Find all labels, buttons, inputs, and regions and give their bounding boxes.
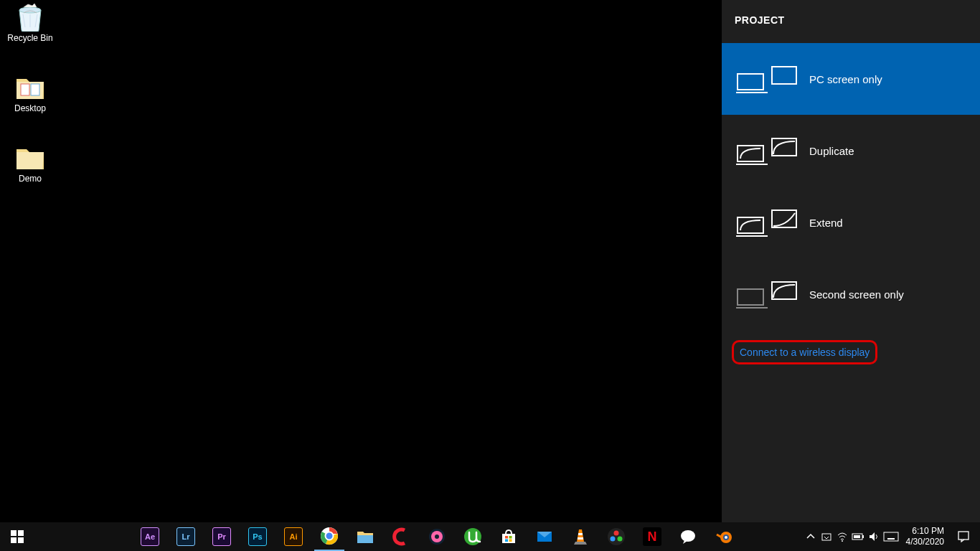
taskbar-app-lightroom[interactable]: Lr bbox=[171, 522, 201, 551]
svg-rect-25 bbox=[505, 540, 508, 542]
taskbar-app-mail[interactable] bbox=[529, 522, 560, 551]
taskbar-app-netflix[interactable]: N bbox=[637, 522, 667, 551]
taskbar-app-chat[interactable] bbox=[673, 522, 703, 551]
taskbar-app-resolve[interactable] bbox=[601, 522, 631, 551]
svg-rect-23 bbox=[505, 536, 508, 539]
taskbar-app-daemon[interactable] bbox=[422, 522, 452, 551]
speaker-icon bbox=[868, 531, 880, 542]
vlc-icon bbox=[571, 527, 590, 546]
wifi-icon bbox=[837, 531, 848, 542]
cloud-sync-icon bbox=[821, 531, 832, 542]
extend-icon bbox=[735, 204, 799, 240]
svg-rect-18 bbox=[357, 535, 373, 543]
project-panel: PROJECT PC screen only Duplicate bbox=[722, 0, 980, 522]
project-option-pc-screen-only[interactable]: PC screen only bbox=[722, 43, 980, 115]
taskbar-app-photoshop[interactable]: Ps bbox=[242, 522, 273, 551]
start-button[interactable] bbox=[0, 522, 34, 551]
taskbar: Ae Lr Pr Ps Ai bbox=[0, 522, 980, 551]
taskbar-app-chrome[interactable] bbox=[314, 522, 344, 551]
system-tray: 6:10 PM 4/30/2020 bbox=[803, 522, 980, 551]
resolve-icon bbox=[607, 527, 626, 546]
svg-rect-4 bbox=[772, 67, 796, 84]
folder-icon bbox=[14, 73, 47, 102]
taskbar-app-utorrent[interactable] bbox=[458, 522, 488, 551]
svg-rect-49 bbox=[887, 538, 895, 540]
recycle-bin-icon bbox=[14, 3, 47, 32]
project-option-label: Second screen only bbox=[809, 288, 904, 301]
svg-rect-11 bbox=[11, 530, 17, 536]
svg-rect-12 bbox=[18, 530, 24, 536]
svg-rect-9 bbox=[738, 289, 763, 305]
tray-keyboard[interactable] bbox=[882, 522, 900, 551]
svg-rect-13 bbox=[11, 537, 17, 543]
duplicate-icon bbox=[735, 133, 799, 169]
svg-rect-26 bbox=[509, 540, 512, 542]
taskbar-app-ccleaner[interactable] bbox=[386, 522, 416, 551]
project-option-label: Duplicate bbox=[809, 145, 854, 157]
windows-logo-icon bbox=[11, 530, 24, 543]
second-screen-only-icon bbox=[735, 276, 799, 312]
desktop-icon-recycle-bin[interactable]: Recycle Bin bbox=[3, 3, 57, 43]
svg-point-32 bbox=[611, 537, 616, 542]
taskbar-app-premiere[interactable]: Pr bbox=[207, 522, 237, 551]
project-option-duplicate[interactable]: Duplicate bbox=[722, 115, 980, 187]
svg-point-39 bbox=[842, 540, 843, 542]
file-explorer-icon bbox=[356, 527, 374, 546]
folder-icon bbox=[14, 143, 47, 172]
tray-wifi[interactable] bbox=[834, 522, 850, 551]
svg-point-37 bbox=[725, 536, 727, 539]
project-option-extend[interactable]: Extend bbox=[722, 187, 980, 258]
tray-overflow-button[interactable] bbox=[803, 522, 819, 551]
svg-rect-43 bbox=[884, 532, 898, 541]
desktop-icon-label: Recycle Bin bbox=[3, 33, 57, 43]
taskbar-app-file-explorer[interactable] bbox=[350, 522, 380, 551]
project-option-second-screen-only[interactable]: Second screen only bbox=[722, 258, 980, 330]
svg-point-22 bbox=[464, 528, 481, 545]
desktop-icon-desktop-folder[interactable]: Desktop bbox=[3, 73, 57, 113]
action-center-button[interactable] bbox=[950, 522, 977, 551]
svg-point-31 bbox=[614, 531, 619, 536]
tray-onedrive[interactable] bbox=[819, 522, 834, 551]
tray-battery[interactable] bbox=[850, 522, 866, 551]
action-center-icon bbox=[957, 530, 970, 543]
taskbar-app-illustrator[interactable]: Ai bbox=[278, 522, 308, 551]
illustrator-icon: Ai bbox=[284, 527, 303, 546]
desktop-icon-demo-folder[interactable]: Demo bbox=[3, 143, 57, 184]
photoshop-icon: Ps bbox=[248, 527, 267, 546]
tray-date: 4/30/2020 bbox=[906, 537, 944, 547]
keyboard-icon bbox=[883, 532, 899, 542]
disc-icon bbox=[428, 527, 446, 546]
svg-rect-28 bbox=[578, 533, 583, 535]
project-option-label: PC screen only bbox=[809, 73, 882, 85]
svg-point-0 bbox=[19, 7, 41, 13]
taskbar-app-vlc[interactable] bbox=[565, 522, 595, 551]
taskbar-pinned-apps: Ae Lr Pr Ps Ai bbox=[135, 522, 739, 551]
netflix-icon: N bbox=[643, 527, 661, 546]
tray-time: 6:10 PM bbox=[906, 526, 944, 537]
svg-point-33 bbox=[618, 537, 623, 542]
chat-icon bbox=[679, 527, 697, 546]
svg-rect-8 bbox=[772, 210, 796, 227]
taskbar-app-store[interactable] bbox=[494, 522, 524, 551]
svg-rect-29 bbox=[578, 537, 583, 540]
svg-rect-1 bbox=[21, 84, 29, 95]
blender-icon bbox=[715, 527, 733, 546]
after-effects-icon: Ae bbox=[141, 527, 159, 546]
svg-rect-3 bbox=[738, 74, 763, 90]
project-option-label: Extend bbox=[809, 217, 843, 229]
premiere-icon: Pr bbox=[212, 527, 231, 546]
store-icon bbox=[499, 527, 518, 546]
pc-screen-only-icon bbox=[735, 61, 799, 97]
svg-rect-42 bbox=[854, 535, 860, 538]
chevron-up-icon bbox=[806, 532, 815, 541]
svg-point-34 bbox=[681, 530, 695, 542]
utorrent-icon bbox=[463, 527, 482, 546]
taskbar-app-blender[interactable] bbox=[709, 522, 739, 551]
desktop-icon-label: Demo bbox=[3, 174, 57, 184]
chrome-icon bbox=[320, 527, 339, 545]
tray-volume[interactable] bbox=[866, 522, 882, 551]
taskbar-app-after-effects[interactable]: Ae bbox=[135, 522, 165, 551]
mail-icon bbox=[535, 527, 554, 546]
tray-clock[interactable]: 6:10 PM 4/30/2020 bbox=[900, 526, 950, 547]
connect-wireless-display-link[interactable]: Connect to a wireless display bbox=[740, 347, 870, 358]
